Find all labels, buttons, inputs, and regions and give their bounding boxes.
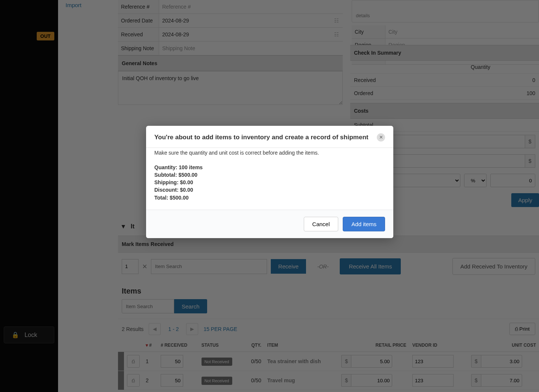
modal-shipping: Shipping: $0.00 (154, 179, 385, 186)
add-items-button[interactable]: Add items (343, 217, 385, 231)
modal-quantity: Quantity: 100 items (154, 164, 385, 171)
close-icon[interactable]: ✕ (377, 133, 385, 142)
modal-discount: Discount: $0.00 (154, 186, 385, 194)
modal-message: Make sure the quantity and unit cost is … (154, 149, 385, 157)
modal-total: Total: $500.00 (154, 194, 385, 201)
modal-subtotal: Subtotal: $500.00 (154, 171, 385, 179)
modal-title: You're about to add items to inventory a… (154, 134, 377, 141)
cancel-button[interactable]: Cancel (304, 217, 339, 231)
confirm-modal: You're about to add items to inventory a… (146, 126, 393, 238)
